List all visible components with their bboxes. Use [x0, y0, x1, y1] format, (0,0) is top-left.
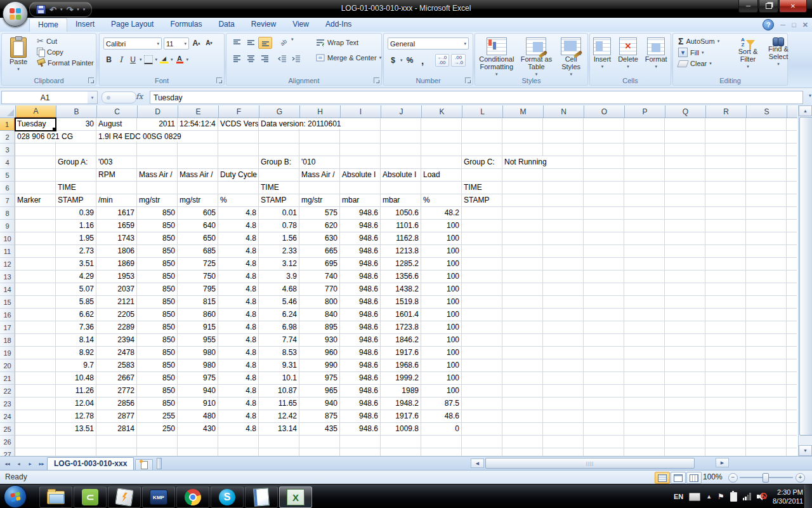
zoom-in-icon[interactable]: + [796, 473, 805, 483]
cell-A2[interactable]: 028 906 021 CG [15, 131, 56, 144]
cell-R20[interactable] [705, 359, 746, 372]
cell-A22[interactable] [15, 385, 56, 398]
cell-F15[interactable]: 4.8 [218, 296, 259, 309]
cell-H13[interactable]: 740 [299, 271, 340, 283]
cell-J1[interactable] [381, 118, 421, 131]
row-header-4[interactable]: 4 [0, 156, 15, 169]
cell-K5[interactable]: Load [421, 169, 462, 182]
cell-A3[interactable] [15, 144, 56, 156]
cell-N17[interactable] [543, 321, 584, 334]
cell-G23[interactable]: 11.65 [259, 398, 299, 410]
cell-M22[interactable] [502, 385, 543, 398]
cell-C1[interactable]: August [96, 118, 137, 131]
row-header-25[interactable]: 25 [0, 423, 15, 436]
cell-D7[interactable]: mg/str [137, 194, 178, 207]
cell-H27[interactable] [299, 448, 340, 456]
cell-P4[interactable] [624, 156, 665, 169]
column-header-B[interactable]: B [56, 105, 97, 118]
cell-G9[interactable]: 0.78 [259, 220, 299, 232]
cell-M24[interactable] [502, 410, 543, 423]
format-painter-button[interactable]: Format Painter [35, 57, 96, 68]
cell-E17[interactable]: 915 [178, 321, 218, 334]
cell-C17[interactable]: 2289 [96, 321, 137, 334]
cell-Q23[interactable] [665, 398, 705, 410]
workbook-restore-icon[interactable]: □ [792, 21, 796, 29]
cell-O20[interactable] [584, 359, 624, 372]
cell-E22[interactable]: 940 [178, 385, 218, 398]
cell-P6[interactable] [624, 182, 665, 194]
formula-input[interactable]: Tuesday [150, 91, 803, 104]
cell-L6[interactable]: TIME [462, 182, 502, 194]
cell-D24[interactable]: 255 [137, 410, 178, 423]
next-sheet-icon[interactable]: ▸ [25, 458, 36, 469]
column-header-P[interactable]: P [625, 105, 665, 118]
cell-Q20[interactable] [665, 359, 705, 372]
cell-B6[interactable]: TIME [56, 182, 96, 194]
cell-L26[interactable] [462, 436, 502, 448]
cell-J6[interactable] [381, 182, 421, 194]
paste-button[interactable]: Paste▾ [4, 36, 32, 75]
cell-M9[interactable] [502, 220, 543, 232]
cell-N5[interactable] [543, 169, 584, 182]
column-header-D[interactable]: D [138, 105, 178, 118]
cell-J5[interactable]: Absolute I [381, 169, 421, 182]
cell-J11[interactable]: 1213.8 [381, 245, 421, 258]
borders-dropdown-icon[interactable]: ▾ [155, 57, 158, 62]
cell-N15[interactable] [543, 296, 584, 309]
cell-M3[interactable] [502, 144, 543, 156]
cell-N25[interactable] [543, 423, 584, 436]
cell-C23[interactable]: 2856 [96, 398, 137, 410]
cell-S23[interactable] [746, 398, 787, 410]
cell-F4[interactable] [218, 156, 259, 169]
clear-button[interactable]: Clear▾ [676, 58, 721, 69]
cell-D12[interactable]: 850 [137, 258, 178, 271]
cell-P25[interactable] [624, 423, 665, 436]
cell-M14[interactable] [502, 283, 543, 296]
tab-add-ins[interactable]: Add-Ins [317, 18, 360, 32]
sort-filter-button[interactable]: AZ Sort & Filter▾ [734, 36, 762, 72]
cell-K15[interactable]: 100 [421, 296, 462, 309]
redo-icon[interactable]: ↷ [66, 5, 73, 15]
cell-K10[interactable]: 100 [421, 232, 462, 245]
horizontal-scrollbar[interactable]: ◀ |||| [471, 458, 695, 469]
cell-E25[interactable]: 430 [178, 423, 218, 436]
cell-H25[interactable]: 435 [299, 423, 340, 436]
clipboard-dialog-launcher-icon[interactable] [88, 77, 94, 83]
cell-S1[interactable] [746, 118, 787, 131]
cell-I13[interactable]: 948.6 [340, 271, 381, 283]
cell-J16[interactable]: 1601.4 [381, 309, 421, 321]
cell-F21[interactable]: 4.8 [218, 372, 259, 385]
cell-P19[interactable] [624, 347, 665, 359]
cell-A18[interactable] [15, 334, 56, 347]
cell-I4[interactable] [340, 156, 381, 169]
battery-icon[interactable] [730, 492, 737, 502]
cell-K9[interactable]: 100 [421, 220, 462, 232]
cell-O7[interactable] [584, 194, 624, 207]
cell-I9[interactable]: 948.6 [340, 220, 381, 232]
cell-L13[interactable] [462, 271, 502, 283]
cell-R24[interactable] [705, 410, 746, 423]
cell-L16[interactable] [462, 309, 502, 321]
fill-handle[interactable] [52, 127, 56, 131]
cell-K13[interactable]: 100 [421, 271, 462, 283]
row-header-24[interactable]: 24 [0, 410, 15, 423]
cell-H8[interactable]: 575 [299, 207, 340, 220]
align-center-button[interactable] [244, 53, 257, 64]
cell-R16[interactable] [705, 309, 746, 321]
insert-function-icon[interactable]: fx [136, 92, 143, 101]
cell-N3[interactable] [543, 144, 584, 156]
cell-G20[interactable]: 9.31 [259, 359, 299, 372]
cell-G17[interactable]: 6.98 [259, 321, 299, 334]
row-header-17[interactable]: 17 [0, 321, 15, 334]
cell-N24[interactable] [543, 410, 584, 423]
cell-G27[interactable] [259, 448, 299, 456]
cell-J24[interactable]: 1917.6 [381, 410, 421, 423]
cell-O16[interactable] [584, 309, 624, 321]
cell-M18[interactable] [502, 334, 543, 347]
orientation-dropdown-icon[interactable]: ▾ [291, 37, 294, 49]
cell-H5[interactable]: Mass Air / [299, 169, 340, 182]
cell-A15[interactable] [15, 296, 56, 309]
cell-P11[interactable] [624, 245, 665, 258]
taskbar-skype-button[interactable]: S [211, 486, 244, 508]
cell-S26[interactable] [746, 436, 787, 448]
